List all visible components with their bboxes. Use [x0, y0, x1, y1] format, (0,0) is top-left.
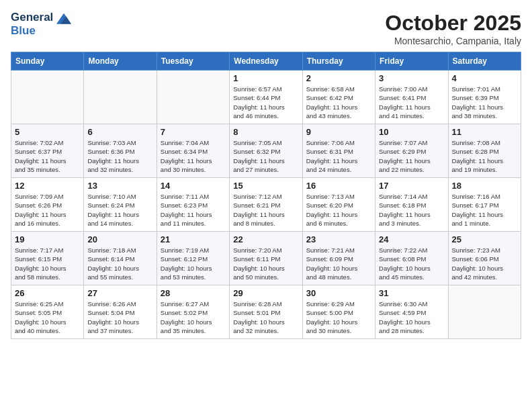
day-cell: [157, 71, 229, 124]
day-info: Sunrise: 7:21 AM Sunset: 6:09 PM Dayligh…: [306, 246, 371, 281]
day-cell: 27Sunrise: 6:26 AM Sunset: 5:04 PM Dayli…: [84, 285, 157, 339]
week-row-3: 19Sunrise: 7:17 AM Sunset: 6:15 PM Dayli…: [11, 232, 521, 285]
day-number: 29: [233, 288, 298, 298]
day-cell: 18Sunrise: 7:16 AM Sunset: 6:17 PM Dayli…: [448, 178, 521, 232]
day-number: 2: [306, 73, 371, 83]
header-row: SundayMondayTuesdayWednesdayThursdayFrid…: [11, 52, 521, 71]
calendar-table: SundayMondayTuesdayWednesdayThursdayFrid…: [11, 52, 521, 339]
day-cell: 30Sunrise: 6:29 AM Sunset: 5:00 PM Dayli…: [302, 285, 375, 339]
day-number: 23: [306, 234, 371, 244]
day-number: 11: [452, 127, 517, 137]
day-cell: 20Sunrise: 7:18 AM Sunset: 6:14 PM Dayli…: [84, 232, 157, 285]
day-info: Sunrise: 7:18 AM Sunset: 6:14 PM Dayligh…: [87, 246, 152, 281]
day-number: 26: [15, 288, 80, 298]
day-cell: 12Sunrise: 7:09 AM Sunset: 6:26 PM Dayli…: [11, 178, 84, 232]
day-info: Sunrise: 6:27 AM Sunset: 5:02 PM Dayligh…: [161, 300, 226, 335]
col-header-friday: Friday: [375, 52, 448, 71]
day-info: Sunrise: 7:11 AM Sunset: 6:23 PM Dayligh…: [161, 192, 226, 228]
day-info: Sunrise: 7:23 AM Sunset: 6:06 PM Dayligh…: [452, 246, 517, 281]
day-cell: 28Sunrise: 6:27 AM Sunset: 5:02 PM Dayli…: [157, 285, 229, 339]
day-cell: 11Sunrise: 7:08 AM Sunset: 6:28 PM Dayli…: [448, 124, 521, 178]
day-number: 4: [452, 73, 517, 83]
day-number: 8: [233, 127, 298, 137]
day-cell: 22Sunrise: 7:20 AM Sunset: 6:11 PM Dayli…: [230, 232, 302, 285]
day-cell: 7Sunrise: 7:04 AM Sunset: 6:34 PM Daylig…: [157, 124, 229, 178]
day-cell: 1Sunrise: 6:57 AM Sunset: 6:44 PM Daylig…: [230, 71, 302, 124]
day-cell: 3Sunrise: 7:00 AM Sunset: 6:41 PM Daylig…: [375, 71, 448, 124]
week-row-1: 5Sunrise: 7:02 AM Sunset: 6:37 PM Daylig…: [11, 124, 521, 178]
day-cell: 21Sunrise: 7:19 AM Sunset: 6:12 PM Dayli…: [157, 232, 229, 285]
day-info: Sunrise: 7:07 AM Sunset: 6:29 PM Dayligh…: [379, 138, 444, 174]
day-cell: 29Sunrise: 6:28 AM Sunset: 5:01 PM Dayli…: [230, 285, 302, 339]
month-title: October 2025: [385, 11, 521, 36]
day-cell: 14Sunrise: 7:11 AM Sunset: 6:23 PM Dayli…: [157, 178, 229, 232]
day-info: Sunrise: 7:16 AM Sunset: 6:17 PM Dayligh…: [452, 192, 517, 228]
day-number: 15: [233, 181, 298, 191]
day-number: 30: [306, 288, 371, 298]
day-number: 21: [161, 234, 226, 244]
day-info: Sunrise: 6:29 AM Sunset: 5:00 PM Dayligh…: [306, 300, 371, 335]
day-number: 25: [452, 234, 517, 244]
day-number: 10: [379, 127, 444, 137]
day-info: Sunrise: 6:58 AM Sunset: 6:42 PM Dayligh…: [306, 85, 371, 120]
day-number: 7: [161, 127, 226, 137]
day-cell: 13Sunrise: 7:10 AM Sunset: 6:24 PM Dayli…: [84, 178, 157, 232]
day-info: Sunrise: 7:09 AM Sunset: 6:26 PM Dayligh…: [15, 192, 80, 228]
day-cell: [448, 285, 521, 339]
day-number: 12: [15, 181, 80, 191]
day-number: 16: [306, 181, 371, 191]
day-cell: 31Sunrise: 6:30 AM Sunset: 4:59 PM Dayli…: [375, 285, 448, 339]
location-subtitle: Montesarchio, Campania, Italy: [385, 36, 521, 46]
logo-line2: Blue: [11, 24, 71, 38]
day-cell: 17Sunrise: 7:14 AM Sunset: 6:18 PM Dayli…: [375, 178, 448, 232]
day-info: Sunrise: 7:19 AM Sunset: 6:12 PM Dayligh…: [161, 246, 226, 281]
day-number: 20: [87, 234, 152, 244]
day-number: 3: [379, 73, 444, 83]
col-header-monday: Monday: [84, 52, 157, 71]
day-cell: 26Sunrise: 6:25 AM Sunset: 5:05 PM Dayli…: [11, 285, 84, 339]
day-number: 27: [87, 288, 152, 298]
day-number: 13: [87, 181, 152, 191]
day-number: 24: [379, 234, 444, 244]
day-info: Sunrise: 7:05 AM Sunset: 6:32 PM Dayligh…: [233, 138, 298, 174]
day-info: Sunrise: 7:10 AM Sunset: 6:24 PM Dayligh…: [87, 192, 152, 228]
day-number: 19: [15, 234, 80, 244]
day-info: Sunrise: 6:57 AM Sunset: 6:44 PM Dayligh…: [233, 85, 298, 120]
day-info: Sunrise: 6:25 AM Sunset: 5:05 PM Dayligh…: [15, 300, 80, 335]
col-header-saturday: Saturday: [448, 52, 521, 71]
day-info: Sunrise: 7:02 AM Sunset: 6:37 PM Dayligh…: [15, 138, 80, 174]
day-info: Sunrise: 7:12 AM Sunset: 6:21 PM Dayligh…: [233, 192, 298, 228]
day-cell: 8Sunrise: 7:05 AM Sunset: 6:32 PM Daylig…: [230, 124, 302, 178]
day-info: Sunrise: 7:00 AM Sunset: 6:41 PM Dayligh…: [379, 85, 444, 120]
day-info: Sunrise: 7:03 AM Sunset: 6:36 PM Dayligh…: [87, 138, 152, 174]
day-number: 1: [233, 73, 298, 83]
title-block: October 2025 Montesarchio, Campania, Ita…: [385, 11, 521, 46]
day-number: 14: [161, 181, 226, 191]
day-info: Sunrise: 7:08 AM Sunset: 6:28 PM Dayligh…: [452, 138, 517, 174]
col-header-tuesday: Tuesday: [157, 52, 229, 71]
day-cell: 2Sunrise: 6:58 AM Sunset: 6:42 PM Daylig…: [302, 71, 375, 124]
day-info: Sunrise: 7:20 AM Sunset: 6:11 PM Dayligh…: [233, 246, 298, 281]
col-header-wednesday: Wednesday: [230, 52, 302, 71]
day-number: 9: [306, 127, 371, 137]
day-info: Sunrise: 6:26 AM Sunset: 5:04 PM Dayligh…: [87, 300, 152, 335]
day-number: 22: [233, 234, 298, 244]
day-info: Sunrise: 6:30 AM Sunset: 4:59 PM Dayligh…: [379, 300, 444, 335]
day-cell: 10Sunrise: 7:07 AM Sunset: 6:29 PM Dayli…: [375, 124, 448, 178]
day-number: 17: [379, 181, 444, 191]
day-info: Sunrise: 7:06 AM Sunset: 6:31 PM Dayligh…: [306, 138, 371, 174]
day-number: 18: [452, 181, 517, 191]
day-info: Sunrise: 7:01 AM Sunset: 6:39 PM Dayligh…: [452, 85, 517, 120]
day-info: Sunrise: 7:04 AM Sunset: 6:34 PM Dayligh…: [161, 138, 226, 174]
day-cell: 5Sunrise: 7:02 AM Sunset: 6:37 PM Daylig…: [11, 124, 84, 178]
week-row-2: 12Sunrise: 7:09 AM Sunset: 6:26 PM Dayli…: [11, 178, 521, 232]
day-number: 6: [87, 127, 152, 137]
day-info: Sunrise: 7:14 AM Sunset: 6:18 PM Dayligh…: [379, 192, 444, 228]
day-info: Sunrise: 7:13 AM Sunset: 6:20 PM Dayligh…: [306, 192, 371, 228]
col-header-sunday: Sunday: [11, 52, 84, 71]
day-cell: 19Sunrise: 7:17 AM Sunset: 6:15 PM Dayli…: [11, 232, 84, 285]
day-info: Sunrise: 7:22 AM Sunset: 6:08 PM Dayligh…: [379, 246, 444, 281]
day-cell: 23Sunrise: 7:21 AM Sunset: 6:09 PM Dayli…: [302, 232, 375, 285]
logo-line1: General: [11, 11, 71, 24]
day-cell: 16Sunrise: 7:13 AM Sunset: 6:20 PM Dayli…: [302, 178, 375, 232]
